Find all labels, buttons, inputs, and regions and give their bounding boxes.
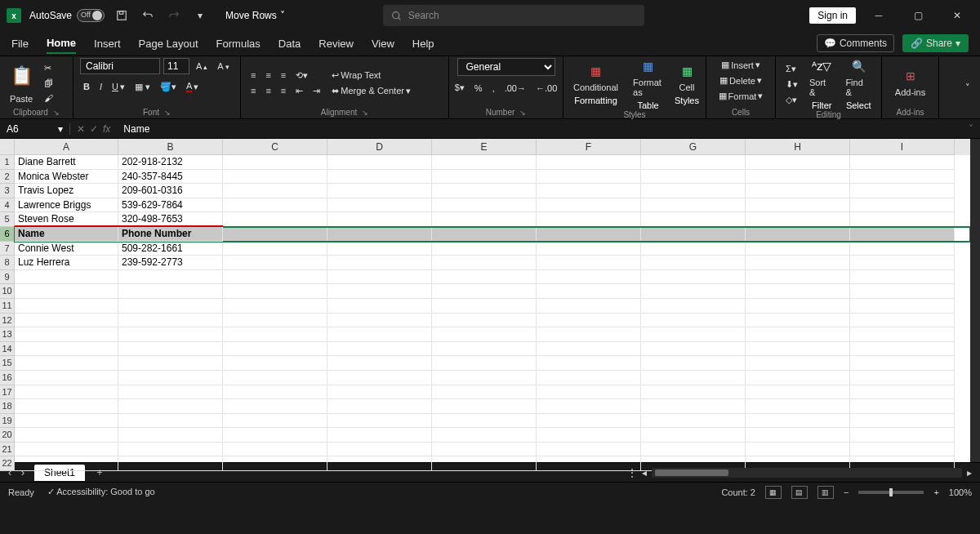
cell[interactable] xyxy=(641,399,746,414)
cell[interactable]: Travis Lopez xyxy=(15,184,118,198)
page-layout-view-icon[interactable]: ▤ xyxy=(791,486,808,499)
cell[interactable] xyxy=(327,342,432,357)
align-middle-icon[interactable]: ≡ xyxy=(262,69,274,82)
row-header[interactable]: 20 xyxy=(0,428,15,443)
merge-center-button[interactable]: ⬌Merge & Center ▾ xyxy=(328,84,414,98)
cell[interactable] xyxy=(327,299,432,314)
close-button[interactable]: ✕ xyxy=(941,3,973,28)
bold-button[interactable]: B xyxy=(80,80,93,93)
row-header[interactable]: 1 xyxy=(0,155,15,170)
column-header[interactable]: B xyxy=(118,139,223,155)
cell[interactable] xyxy=(641,327,746,342)
cell[interactable] xyxy=(223,170,327,185)
cell[interactable] xyxy=(641,155,746,170)
cell[interactable] xyxy=(118,385,223,400)
addins-button[interactable]: Add-ins xyxy=(892,86,929,99)
cell[interactable] xyxy=(746,227,850,242)
cell[interactable] xyxy=(641,212,746,227)
cell[interactable] xyxy=(223,456,327,471)
zoom-level[interactable]: 100% xyxy=(949,487,972,497)
column-header[interactable]: A xyxy=(15,139,118,155)
cell[interactable] xyxy=(223,284,327,299)
comma-icon[interactable]: , xyxy=(489,82,498,95)
table-row[interactable] xyxy=(15,314,970,328)
cell[interactable] xyxy=(641,184,746,198)
cell[interactable] xyxy=(432,314,537,328)
autosum-icon[interactable]: Σ▾ xyxy=(782,62,801,76)
table-row[interactable] xyxy=(15,356,970,371)
cell[interactable] xyxy=(850,414,955,429)
cell-styles-icon[interactable]: ▦ xyxy=(679,63,695,79)
cell[interactable] xyxy=(641,356,746,371)
cell[interactable] xyxy=(537,284,641,299)
cell[interactable] xyxy=(327,443,432,457)
cell[interactable] xyxy=(537,227,641,242)
cell[interactable] xyxy=(641,299,746,314)
sort-filter-icon[interactable]: ᴬᴢ▽ xyxy=(813,58,830,74)
currency-icon[interactable]: $▾ xyxy=(452,81,468,95)
cell[interactable] xyxy=(223,399,327,414)
cell[interactable] xyxy=(223,443,327,457)
maximize-button[interactable]: ▢ xyxy=(902,3,934,28)
cell[interactable] xyxy=(15,299,118,314)
table-row[interactable]: Monica Webster240-357-8445 xyxy=(15,170,970,185)
cell[interactable] xyxy=(432,371,537,385)
cell[interactable] xyxy=(641,414,746,429)
font-name-select[interactable] xyxy=(80,58,160,74)
addins-icon[interactable]: ⊞ xyxy=(902,68,919,84)
enter-formula-icon[interactable]: ✓ xyxy=(90,123,98,135)
cell[interactable] xyxy=(327,242,432,256)
cell[interactable] xyxy=(537,414,641,429)
table-row[interactable] xyxy=(15,371,970,385)
format-as-table-icon[interactable]: ▦ xyxy=(640,58,657,74)
cell[interactable] xyxy=(223,242,327,256)
tab-data[interactable]: Data xyxy=(278,34,301,53)
cell[interactable] xyxy=(537,242,641,256)
search-input[interactable]: Search xyxy=(383,5,644,26)
cell[interactable] xyxy=(118,284,223,299)
cell[interactable] xyxy=(537,270,641,285)
cell[interactable] xyxy=(432,342,537,357)
cell[interactable] xyxy=(327,170,432,185)
cell[interactable]: 202-918-2132 xyxy=(118,155,223,170)
cell[interactable] xyxy=(537,314,641,328)
find-select-icon[interactable]: 🔍 xyxy=(850,58,866,74)
cell[interactable]: 509-282-1661 xyxy=(118,242,223,256)
table-row[interactable]: Diane Barrett202-918-2132 xyxy=(15,155,970,170)
fill-color-button[interactable]: 🪣▾ xyxy=(157,80,180,94)
cancel-formula-icon[interactable]: ✕ xyxy=(77,123,85,135)
align-bottom-icon[interactable]: ≡ xyxy=(278,69,289,82)
underline-button[interactable]: U ▾ xyxy=(109,80,128,94)
cell[interactable] xyxy=(223,256,327,270)
cell[interactable] xyxy=(850,299,955,314)
cell[interactable] xyxy=(118,356,223,371)
cell[interactable] xyxy=(327,371,432,385)
cell[interactable] xyxy=(432,356,537,371)
dialog-launcher-icon[interactable]: ↘ xyxy=(519,109,526,117)
cell[interactable]: 209-601-0316 xyxy=(118,184,223,198)
cell[interactable] xyxy=(15,385,118,400)
cell[interactable] xyxy=(641,428,746,443)
conditional-formatting-button[interactable]: Conditional xyxy=(570,81,621,94)
cell[interactable] xyxy=(537,256,641,270)
select-all-corner[interactable] xyxy=(0,139,15,155)
orientation-icon[interactable]: ⟲▾ xyxy=(292,69,311,82)
cell[interactable] xyxy=(641,170,746,185)
cell[interactable] xyxy=(223,428,327,443)
cell[interactable] xyxy=(223,184,327,198)
font-color-button[interactable]: A▾ xyxy=(183,79,202,94)
column-header[interactable]: D xyxy=(327,139,432,155)
document-title[interactable]: Move Rows˅ xyxy=(225,10,285,21)
row-header[interactable]: 14 xyxy=(0,342,15,357)
share-button[interactable]: 🔗Share▾ xyxy=(902,34,969,52)
cell[interactable] xyxy=(537,385,641,400)
cell[interactable] xyxy=(432,443,537,457)
row-header[interactable]: 19 xyxy=(0,414,15,429)
row-header[interactable]: 8 xyxy=(0,256,15,270)
cell[interactable] xyxy=(327,184,432,198)
cell[interactable] xyxy=(850,443,955,457)
table-row[interactable] xyxy=(15,443,970,457)
cell[interactable] xyxy=(223,227,327,242)
cell[interactable] xyxy=(15,284,118,299)
cell[interactable]: Connie West xyxy=(15,242,118,256)
